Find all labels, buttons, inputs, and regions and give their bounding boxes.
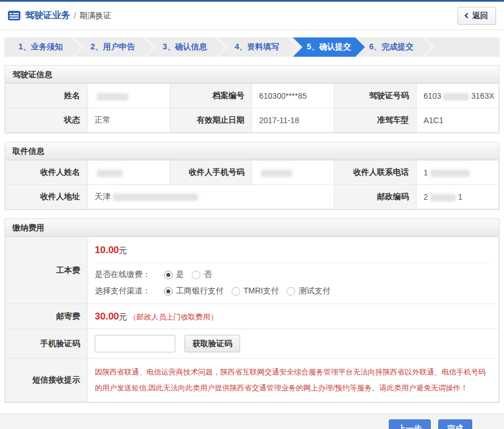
redacted-value (97, 170, 123, 177)
previous-step-button[interactable]: 上一步 (389, 419, 431, 429)
postage-note: （邮政人员上门收取费用） (129, 313, 217, 321)
page-header: 驾驶证业务 / 期满换证 返回 (0, 2, 504, 30)
production-fee-cell: 10.00元 是否在线缴费： 是 否 选择支付渠道： 工商银行支付 TMRI支付 (88, 237, 499, 304)
table-row: 收件人姓名 收件人手机号码 收件人联系电话 1 (6, 161, 499, 185)
pickup-info-section: 取件信息 收件人姓名 收件人手机号码 收件人联系电话 1 收件人地址 天津 邮政… (5, 142, 499, 210)
fee-section-title: 缴纳费用 (5, 219, 499, 237)
online-pay-yes-radio[interactable] (164, 271, 173, 279)
footer-action-bar: 上一步 完成 (0, 413, 504, 429)
online-pay-yes-label[interactable]: 是 (176, 270, 184, 280)
channel-test-label[interactable]: 测试支付 (299, 286, 330, 296)
redacted-value (430, 194, 456, 201)
file-no-label: 档案编号 (170, 84, 252, 108)
postage-label: 邮寄费 (6, 304, 88, 329)
table-row: 短信接收提示 因陕西省联通、电信运营商技术问题，陕西省互联网交通安全综合服务管理… (6, 359, 499, 402)
currency-unit: 元 (119, 312, 127, 321)
online-pay-no-label[interactable]: 否 (204, 270, 212, 280)
fee-table: 工本费 10.00元 是否在线缴费： 是 否 选择支付渠道： 工商银行支付 (5, 237, 499, 402)
online-pay-no-radio[interactable] (192, 271, 200, 279)
recipient-name-value (87, 161, 170, 185)
channel-test-radio[interactable] (287, 287, 295, 296)
valid-until-value: 2017-11-18 (252, 108, 334, 133)
step-3: 3、确认信息 (149, 37, 221, 57)
channel-tmri-radio[interactable] (232, 287, 240, 296)
postage-cell: 30.00元 （邮政人员上门收取费用） (88, 304, 499, 329)
recipient-mobile-label: 收件人手机号码 (170, 161, 252, 185)
license-no-label: 驾驶证号码 (334, 84, 417, 108)
recipient-phone-value: 1 (417, 161, 499, 185)
production-fee-label: 工本费 (6, 237, 88, 304)
table-row: 状态 正常 有效期止日期 2017-11-18 准驾车型 A1C1 (6, 108, 499, 133)
production-fee-amount: 10.00 (95, 245, 119, 255)
step-5: 5、确认提交 (293, 37, 365, 57)
valid-until-label: 有效期止日期 (170, 108, 252, 133)
redacted-value (430, 170, 470, 177)
step-1: 1、业务须知 (5, 37, 77, 57)
pickup-info-table: 收件人姓名 收件人手机号码 收件人联系电话 1 收件人地址 天津 邮政编码 21 (5, 160, 499, 209)
pay-channel-row: 选择支付渠道： 工商银行支付 TMRI支付 测试支付 (95, 286, 490, 304)
production-fee-amount-row: 10.00元 (95, 237, 490, 263)
table-row: 工本费 10.00元 是否在线缴费： 是 否 选择支付渠道： 工商银行支付 (6, 237, 499, 304)
step-4: 4、资料填写 (221, 37, 293, 57)
recipient-address-value: 天津 (87, 185, 334, 209)
chevron-left-icon (465, 13, 471, 19)
status-value: 正常 (87, 108, 170, 133)
currency-unit: 元 (119, 246, 127, 255)
online-pay-label: 是否在线缴费： (95, 270, 150, 280)
page-title: 驾驶证业务 (25, 10, 70, 22)
step-6: 6、完成提交 (355, 37, 427, 57)
license-no-value: 61033163X (417, 84, 499, 108)
step-wizard: 1、业务须知 2、用户申告 3、确认信息 4、资料填写 5、确认提交 6、完成提… (5, 37, 499, 57)
recipient-mobile-value (252, 161, 334, 185)
sms-tip-label: 短信接收提示 (6, 359, 88, 402)
finish-button[interactable]: 完成 (438, 419, 472, 429)
sms-code-label: 手机验证码 (6, 329, 88, 359)
license-info-table: 姓名 档案编号 610300****85 驾驶证号码 61033163X 状态 … (5, 83, 499, 133)
redacted-value (113, 194, 198, 201)
license-menu-icon (8, 11, 20, 20)
online-pay-row: 是否在线缴费： 是 否 (95, 270, 490, 280)
table-row: 收件人地址 天津 邮政编码 21 (6, 185, 499, 209)
channel-tmri-label[interactable]: TMRI支付 (243, 286, 279, 296)
redacted-value (261, 170, 292, 177)
sms-tip-cell: 因陕西省联通、电信运营商技术问题，陕西省互联网交通安全综合服务管理平台无法向持陕… (88, 359, 499, 402)
sms-code-input[interactable] (95, 335, 175, 352)
vehicle-class-label: 准驾车型 (334, 108, 417, 133)
status-label: 状态 (6, 108, 88, 133)
recipient-phone-label: 收件人联系电话 (334, 161, 417, 185)
get-code-button[interactable]: 获取验证码 (184, 335, 240, 352)
license-info-section: 驾驶证信息 姓名 档案编号 610300****85 驾驶证号码 6103316… (5, 65, 499, 133)
breadcrumb-separator: / (74, 11, 76, 20)
vehicle-class-value: A1C1 (417, 108, 499, 133)
postal-code-value: 21 (417, 185, 499, 209)
fee-section: 缴纳费用 工本费 10.00元 是否在线缴费： 是 否 选择支付渠道： (5, 218, 499, 403)
file-no-value: 610300****85 (252, 84, 334, 108)
table-row: 邮寄费 30.00元 （邮政人员上门收取费用） (6, 304, 499, 329)
recipient-name-label: 收件人姓名 (6, 161, 88, 185)
recipient-address-label: 收件人地址 (6, 185, 88, 209)
redacted-value (97, 93, 128, 100)
back-button-label: 返回 (472, 11, 488, 21)
table-row: 手机验证码 获取验证码 (6, 329, 499, 359)
postal-code-label: 邮政编码 (334, 185, 417, 209)
breadcrumb-current: 期满换证 (79, 11, 111, 21)
name-value (87, 84, 170, 108)
step-2: 2、用户申告 (77, 37, 149, 57)
channel-icbc-label[interactable]: 工商银行支付 (176, 286, 224, 296)
table-row: 姓名 档案编号 610300****85 驾驶证号码 61033163X (6, 84, 499, 108)
license-section-title: 驾驶证信息 (5, 66, 499, 83)
step-bar-filler (427, 37, 499, 57)
channel-icbc-radio[interactable] (164, 287, 173, 296)
pickup-section-title: 取件信息 (5, 142, 499, 160)
pay-channel-label: 选择支付渠道： (95, 286, 150, 296)
sms-tip-text: 因陕西省联通、电信运营商技术问题，陕西省互联网交通安全综合服务管理平台无法向持陕… (88, 359, 498, 402)
redacted-value (443, 93, 469, 100)
name-label: 姓名 (6, 84, 88, 108)
back-button[interactable]: 返回 (457, 7, 496, 25)
sms-code-cell: 获取验证码 (88, 329, 499, 359)
postage-amount: 30.00 (95, 311, 119, 322)
